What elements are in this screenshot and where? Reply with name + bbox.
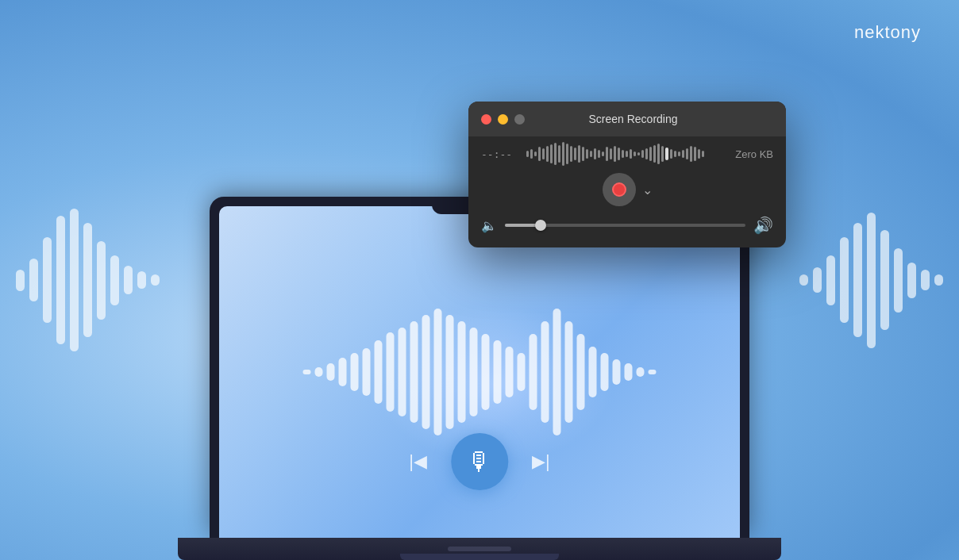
volume-slider[interactable] bbox=[505, 224, 745, 227]
wave-bar bbox=[327, 363, 335, 381]
microphone-icon: 🎙 bbox=[467, 447, 492, 477]
close-button[interactable] bbox=[481, 114, 491, 125]
wave-bar-outside bbox=[799, 274, 808, 286]
audio-waveform-bar bbox=[682, 150, 684, 158]
wave-bar-outside bbox=[16, 270, 25, 291]
wave-bar bbox=[482, 334, 490, 410]
audio-waveform-bar bbox=[614, 146, 616, 162]
fullscreen-button[interactable] bbox=[514, 114, 525, 125]
audio-waveform-bar bbox=[670, 149, 672, 159]
audio-waveform-bar bbox=[558, 145, 560, 163]
audio-waveform-bar bbox=[550, 144, 553, 163]
microphone-button[interactable]: 🎙 bbox=[451, 433, 508, 490]
audio-waveform-bar bbox=[574, 148, 576, 160]
audio-waveform-bar bbox=[645, 148, 648, 159]
wave-bar-outside bbox=[29, 259, 38, 301]
wave-bar-outside bbox=[826, 255, 835, 305]
audio-waveform-bar bbox=[610, 148, 612, 159]
timer-display: --:-- bbox=[481, 148, 517, 160]
audio-waveform-bar bbox=[578, 145, 580, 163]
audio-waveform-bar bbox=[562, 142, 564, 166]
laptop-screen-outer: |◀ 🎙 ▶| bbox=[210, 197, 749, 538]
chevron-down-icon[interactable]: ⌄ bbox=[642, 182, 653, 198]
waveform-left bbox=[16, 201, 160, 359]
audio-waveform-bar bbox=[618, 148, 620, 160]
audio-waveform-bar bbox=[594, 148, 596, 159]
audio-waveform-bar bbox=[606, 147, 608, 161]
audio-waveform-bar bbox=[626, 151, 628, 157]
wave-bar-outside bbox=[56, 216, 65, 344]
audio-waveform-bar bbox=[526, 151, 529, 157]
wave-bar-outside bbox=[840, 237, 849, 323]
wave-bar bbox=[649, 370, 657, 374]
minimize-button[interactable] bbox=[498, 114, 508, 125]
skip-forward-button[interactable]: ▶| bbox=[532, 451, 550, 472]
wave-bar bbox=[553, 309, 561, 435]
wave-bar bbox=[446, 315, 454, 429]
wave-bar bbox=[422, 315, 430, 429]
volume-row: 🔈 🔊 bbox=[481, 216, 773, 235]
wave-bar-outside bbox=[151, 274, 160, 286]
window-body: --:-- Zero KB ⌄ 🔈 🔊 bbox=[468, 136, 786, 247]
screen-controls: |◀ 🎙 ▶| bbox=[409, 433, 549, 490]
screen-waveform bbox=[303, 309, 657, 435]
nektony-logo: nektony bbox=[854, 22, 921, 43]
wave-bar bbox=[339, 358, 347, 385]
audio-waveform-bar bbox=[630, 149, 632, 159]
record-dot-icon bbox=[612, 182, 626, 197]
audio-waveform-bar bbox=[698, 149, 700, 159]
wave-bar-outside bbox=[137, 271, 146, 289]
wave-bar-outside bbox=[894, 248, 903, 313]
audio-waveform-bar bbox=[546, 146, 549, 162]
audio-waveform-bar bbox=[554, 143, 557, 165]
wave-bar bbox=[530, 334, 537, 410]
wave-bar bbox=[577, 334, 585, 410]
audio-waveform-bar bbox=[634, 152, 636, 156]
audio-waveform-bar bbox=[598, 150, 600, 158]
screen-recording-window: Screen Recording --:-- Zero KB ⌄ 🔈 🔊 bbox=[468, 102, 786, 247]
wave-bar bbox=[303, 370, 311, 374]
wave-bar-outside bbox=[867, 213, 876, 348]
wave-bar bbox=[494, 340, 502, 404]
wave-bar bbox=[399, 328, 406, 416]
audio-waveform-bar bbox=[530, 149, 533, 159]
audio-waveform-bar bbox=[657, 144, 660, 164]
audio-waveform-bar bbox=[678, 152, 680, 156]
wave-bar bbox=[506, 347, 514, 397]
audio-waveform-bar bbox=[542, 148, 545, 159]
audio-waveform-bar bbox=[570, 146, 572, 162]
audio-waveform-bar bbox=[694, 147, 696, 161]
wave-bar-outside bbox=[110, 255, 119, 305]
wave-bar-outside bbox=[43, 237, 52, 323]
audio-waveform-bar bbox=[649, 147, 652, 161]
audio-waveform-bar bbox=[702, 151, 704, 157]
audio-waveform-bar bbox=[582, 147, 584, 161]
wave-bar bbox=[375, 340, 383, 404]
wave-bar-outside bbox=[97, 241, 106, 320]
audio-waveform-bar bbox=[653, 145, 656, 163]
laptop-screen: |◀ 🎙 ▶| bbox=[219, 206, 740, 538]
audio-waveform-bar bbox=[590, 151, 592, 157]
file-size-display: Zero KB bbox=[730, 148, 773, 160]
wave-bar-outside bbox=[853, 223, 862, 337]
skip-back-button[interactable]: |◀ bbox=[409, 451, 427, 472]
window-title: Screen Recording bbox=[531, 113, 735, 125]
wave-bar bbox=[458, 321, 466, 423]
laptop: |◀ 🎙 ▶| bbox=[170, 197, 789, 560]
record-button[interactable] bbox=[603, 173, 636, 206]
audio-waveform bbox=[526, 144, 720, 163]
wave-bar-outside bbox=[921, 270, 930, 290]
volume-slider-thumb[interactable] bbox=[535, 220, 546, 231]
wave-bar bbox=[410, 321, 418, 423]
wave-bar-outside bbox=[124, 266, 133, 294]
wave-bar bbox=[589, 347, 597, 397]
audio-waveform-bar bbox=[566, 144, 568, 164]
timer-row: --:-- Zero KB bbox=[481, 144, 773, 163]
wave-bar bbox=[518, 353, 526, 391]
laptop-base bbox=[178, 538, 781, 560]
wave-bar bbox=[351, 353, 359, 391]
wave-bar bbox=[625, 363, 633, 381]
audio-waveform-bar bbox=[534, 152, 537, 156]
wave-bar-outside bbox=[70, 209, 79, 351]
audio-waveform-bar bbox=[538, 147, 541, 161]
